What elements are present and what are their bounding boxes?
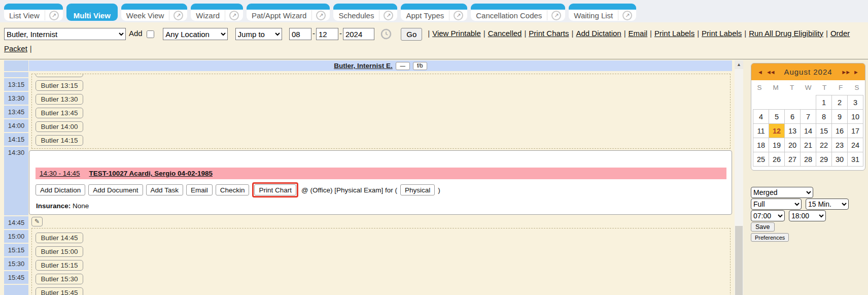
- view-mode-select[interactable]: Merged: [751, 187, 813, 198]
- calendar-day-selected[interactable]: 12: [769, 123, 785, 138]
- calendar-day[interactable]: 7: [800, 109, 816, 124]
- slot-button[interactable]: Butler 13:00: [36, 74, 83, 77]
- end-time-select[interactable]: 18:00: [789, 210, 826, 221]
- email-button[interactable]: Email: [186, 184, 213, 195]
- calendar-day[interactable]: 26: [769, 152, 785, 167]
- link-print-labels-2[interactable]: Print Labels: [702, 29, 742, 38]
- location-select[interactable]: Any Location: [163, 28, 228, 40]
- clock-icon[interactable]: [380, 28, 392, 40]
- link-run-all-drug-eligibility[interactable]: Run All Drug Eligibility: [749, 29, 823, 38]
- calendar-day[interactable]: 31: [847, 152, 863, 167]
- calendar-day[interactable]: 29: [816, 152, 832, 167]
- slot-button[interactable]: Butler 13:45: [36, 108, 83, 118]
- slot-button[interactable]: Butler 15:30: [36, 274, 83, 284]
- calendar-day[interactable]: 21: [800, 138, 816, 152]
- slot-button[interactable]: Butler 15:00: [36, 246, 83, 257]
- calendar-day[interactable]: 18: [753, 138, 769, 152]
- slot-button[interactable]: Butler 14:00: [36, 121, 83, 132]
- schedule-scrollbar[interactable]: ▲: [735, 60, 743, 295]
- patient-link[interactable]: TEST-10027 Acardi, Sergio 04-02-1985: [89, 170, 213, 177]
- interval-select[interactable]: 15 Min.: [806, 199, 849, 210]
- tab-open-new[interactable]: ↗: [547, 10, 565, 20]
- print-chart-button[interactable]: Print Chart: [254, 184, 296, 195]
- slot-button[interactable]: Butler 15:45: [36, 287, 83, 295]
- tab-multi-view[interactable]: Multi View: [66, 4, 118, 21]
- calendar-day[interactable]: 15: [816, 123, 832, 138]
- calendar-day[interactable]: 20: [784, 138, 801, 152]
- tab-waiting-list[interactable]: Waiting List ↗: [569, 4, 636, 21]
- link-cancelled[interactable]: Cancelled: [488, 29, 522, 38]
- link-add-dictation[interactable]: Add Dictation: [576, 29, 621, 38]
- add-dictation-button[interactable]: Add Dictation: [36, 184, 85, 195]
- start-time-select[interactable]: 07:00: [751, 210, 785, 221]
- tab-open-new[interactable]: ↗: [45, 10, 63, 20]
- link-view-printable[interactable]: View Printable: [432, 29, 481, 38]
- fb-button[interactable]: f/b: [413, 62, 427, 70]
- next-month-icon[interactable]: ►: [852, 69, 860, 75]
- date-year-input[interactable]: [343, 28, 374, 40]
- calendar-day[interactable]: 2: [831, 95, 848, 110]
- next-year-icon[interactable]: ►►: [840, 69, 851, 75]
- provider-header-link[interactable]: Butler, Internist E.: [334, 62, 393, 70]
- tab-open-new[interactable]: ↗: [379, 10, 397, 20]
- jump-to-select[interactable]: Jump to: [235, 28, 282, 40]
- calendar-day[interactable]: 5: [769, 109, 785, 124]
- add-checkbox[interactable]: [147, 30, 154, 38]
- link-print-labels-1[interactable]: Print Labels: [654, 29, 695, 38]
- calendar-day[interactable]: 16: [831, 123, 848, 138]
- slot-button[interactable]: Butler 13:15: [36, 80, 83, 91]
- appointment-time-link[interactable]: 14:30 - 14:45: [40, 170, 80, 177]
- tab-cancellation-codes[interactable]: Cancellation Codes ↗: [471, 4, 565, 21]
- calendar-day[interactable]: 13: [784, 123, 801, 138]
- calendar-day[interactable]: 11: [753, 123, 769, 138]
- calendar-day[interactable]: 19: [769, 138, 785, 152]
- slot-button[interactable]: Butler 15:15: [36, 260, 83, 271]
- slot-button[interactable]: Butler 14:15: [36, 135, 83, 146]
- appointment-type-button[interactable]: Physical: [400, 184, 435, 195]
- calendar-day[interactable]: 28: [800, 152, 816, 167]
- calendar-day[interactable]: 3: [847, 95, 863, 110]
- calendar-day[interactable]: 4: [753, 109, 769, 124]
- tab-open-new[interactable]: ↗: [618, 10, 636, 20]
- calendar-day[interactable]: 24: [847, 138, 863, 152]
- minimize-column-button[interactable]: —: [396, 62, 410, 70]
- tab-wizard[interactable]: Wizard ↗: [191, 4, 243, 21]
- size-select[interactable]: Full: [751, 199, 802, 210]
- slot-button[interactable]: Butler 13:30: [36, 94, 83, 105]
- checkin-button[interactable]: Checkin: [216, 184, 250, 195]
- scrollbar-up-button[interactable]: ▲: [735, 60, 743, 69]
- calendar-day[interactable]: 30: [831, 152, 848, 167]
- calendar-day[interactable]: 9: [831, 109, 848, 124]
- tab-open-new[interactable]: ↗: [311, 10, 330, 20]
- prev-month-icon[interactable]: ◄: [756, 69, 765, 75]
- date-day-input[interactable]: [316, 28, 338, 40]
- prev-year-icon[interactable]: ◄◄: [765, 69, 776, 75]
- tab-open-new[interactable]: ↗: [225, 10, 243, 20]
- calendar-day[interactable]: 1: [816, 95, 832, 110]
- add-task-button[interactable]: Add Task: [146, 184, 183, 195]
- save-button[interactable]: Save: [751, 222, 775, 232]
- preferences-button[interactable]: Preferences: [751, 233, 789, 242]
- tab-open-new[interactable]: ↗: [169, 10, 187, 20]
- link-email[interactable]: Email: [629, 29, 648, 38]
- calendar-day[interactable]: 10: [847, 109, 863, 124]
- calendar-day[interactable]: 27: [784, 152, 801, 167]
- tab-appt-types[interactable]: Appt Types ↗: [401, 4, 467, 21]
- date-month-input[interactable]: [289, 28, 311, 40]
- edit-slot-button[interactable]: ✎: [31, 217, 43, 226]
- tab-list-view[interactable]: List View ↗: [4, 4, 63, 21]
- tab-week-view[interactable]: Week View ↗: [121, 4, 187, 21]
- tab-open-new[interactable]: ↗: [449, 10, 467, 20]
- provider-select[interactable]: Butler, Internist: [4, 28, 126, 40]
- calendar-day[interactable]: 14: [800, 123, 816, 138]
- calendar-day[interactable]: 17: [847, 123, 863, 138]
- calendar-day[interactable]: 6: [784, 109, 801, 124]
- calendar-day[interactable]: 23: [831, 138, 848, 152]
- scrollbar-thumb[interactable]: [735, 226, 743, 295]
- link-print-charts[interactable]: Print Charts: [529, 29, 569, 38]
- go-button[interactable]: Go: [401, 28, 422, 41]
- calendar-day[interactable]: 22: [816, 138, 832, 152]
- tab-schedules[interactable]: Schedules ↗: [333, 4, 397, 21]
- calendar-day[interactable]: 8: [816, 109, 832, 124]
- calendar-day[interactable]: 25: [753, 152, 769, 167]
